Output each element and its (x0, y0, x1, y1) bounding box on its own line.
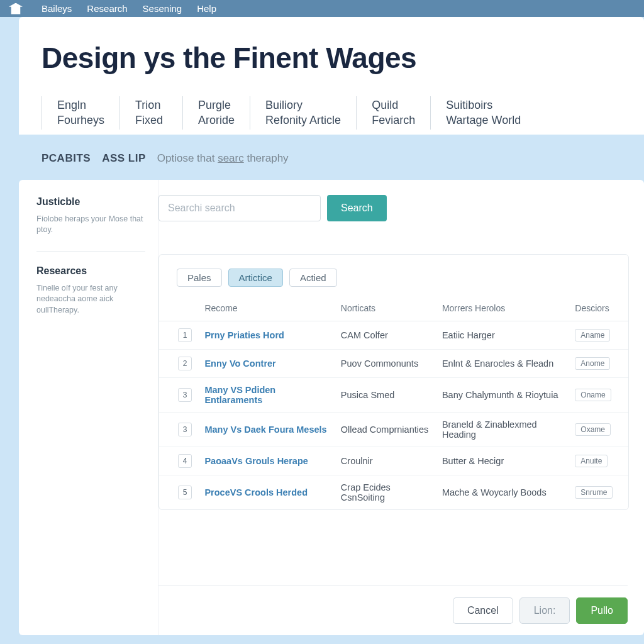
topnav: Baileys Research Sesening Help (0, 0, 644, 17)
search-button[interactable]: Search (327, 195, 387, 221)
row-morrers: Enlnt & Enarocles & Fleadn (436, 349, 569, 377)
tab-builiory[interactable]: Builiory Refonity Article (250, 96, 356, 130)
row-number: 3 (178, 388, 192, 402)
row-number: 1 (178, 328, 192, 342)
row-number: 5 (178, 486, 192, 499)
tab-line1: Engln (57, 97, 104, 113)
tab-quild[interactable]: Quild Feviarch (356, 96, 430, 130)
sidebar-justicble-title: Justicble (36, 196, 145, 208)
nav-baileys[interactable]: Baileys (42, 3, 72, 14)
row-norticats: Pusica Smed (335, 377, 436, 412)
row-title-link[interactable]: Many VS Pdiden Entlaraments (204, 385, 275, 405)
nav-research[interactable]: Research (87, 3, 127, 14)
publo-button[interactable]: Pullo (576, 597, 628, 624)
pill-artictice[interactable]: Artictice (228, 269, 283, 287)
sidebar-justicble-body: Fíolobe heraps your Mose that ptoy. (36, 214, 145, 252)
footer-actions: Cancel Lion: Pullo (158, 586, 628, 624)
row-action-badge[interactable]: Aname (575, 329, 610, 341)
results-panel: Pales Artictice Actied Recome Norticats … (158, 254, 629, 510)
pill-pales[interactable]: Pales (177, 269, 222, 287)
col-norticats: Norticats (335, 298, 436, 321)
sidebar-researces-body: Tinelle oíf your fest any nedeaocha aome… (36, 283, 145, 331)
row-number: 4 (178, 454, 192, 468)
tab-line1: Suitiboirs (446, 97, 521, 113)
row-norticats: Crap Ecides CsnSoiting (335, 475, 436, 509)
tab-line2: Refonity Article (265, 113, 341, 128)
tab-line1: Trion (135, 97, 167, 113)
row-title-link[interactable]: ProceVS Crools Herded (204, 487, 308, 497)
table-row: 1Prny Priaties HordCAM ColferEatiic Harg… (159, 321, 628, 349)
search-row: Search (158, 195, 628, 221)
page-title: Design ys the Finent Wages (42, 41, 621, 75)
table-row: 2Enny Vo ContrerPuov CommonuntsEnlnt & E… (159, 349, 628, 377)
subtab-asslip[interactable]: ASS LIP (102, 152, 146, 165)
row-action-badge[interactable]: Anome (575, 357, 610, 370)
tab-line1: Quild (372, 97, 415, 113)
table-row: 5ProceVS Crools HerdedCrap Ecides CsnSoi… (159, 475, 628, 509)
row-title-link[interactable]: Many Vs Daek Foura Mesels (204, 425, 326, 435)
content: Search Pales Artictice Actied Recome Nor… (158, 180, 644, 635)
hint-underline[interactable]: searc (218, 152, 244, 164)
filter-pills: Pales Artictice Actied (159, 255, 628, 298)
tab-purgle[interactable]: Purgle Aroride (182, 96, 250, 130)
results-table: Recome Norticats Morrers Herolos Descior… (159, 298, 628, 509)
row-norticats: Croulnir (335, 447, 436, 475)
row-number: 2 (178, 357, 192, 370)
row-morrers: Braneld & Zinablexmed Heading (436, 412, 569, 447)
sidebar-researces-title: Researces (36, 265, 145, 277)
tab-line1: Purgle (198, 97, 235, 113)
lion-button[interactable]: Lion: (519, 597, 570, 624)
trophy-icon (9, 3, 23, 14)
col-num (159, 298, 198, 321)
sidebar: Justicble Fíolobe heraps your Mose that … (19, 180, 158, 635)
hint-post: theraphy (244, 152, 289, 164)
header-card: Design ys the Finent Wages Engln Fourhey… (19, 17, 644, 135)
main: Justicble Fíolobe heraps your Mose that … (19, 180, 644, 635)
row-morrers: Mache & Woycarly Boods (436, 475, 569, 509)
table-row: 3Many Vs Daek Foura MeselsOllead Comprni… (159, 412, 628, 447)
tab-line2: Feviarch (372, 113, 415, 128)
row-number: 3 (178, 423, 192, 436)
table-row: 3Many VS Pdiden EntlaramentsPusica SmedB… (159, 377, 628, 412)
tab-line2: Aroride (198, 113, 235, 128)
row-action-badge[interactable]: Anuite (575, 455, 608, 467)
subtabs: PCABITS ASS LIP Optiose that searc thera… (0, 135, 644, 180)
tab-engln[interactable]: Engln Fourheys (42, 96, 119, 130)
row-action-badge[interactable]: Oxame (575, 423, 611, 436)
row-action-badge[interactable]: Snrume (575, 486, 613, 499)
table-row: 4PaoaaVs Grouls HerapeCroulnirButter & H… (159, 447, 628, 475)
col-recome: Recome (198, 298, 334, 321)
row-title-link[interactable]: Enny Vo Contrer (204, 358, 275, 369)
subtab-hint: Optiose that searc theraphy (157, 152, 289, 165)
row-norticats: Puov Commonunts (335, 349, 436, 377)
col-morrers: Morrers Herolos (436, 298, 569, 321)
row-norticats: CAM Colfer (335, 321, 436, 349)
row-title-link[interactable]: Prny Priaties Hord (204, 330, 284, 340)
row-morrers: Bany Chalymunth & Rioytuia (436, 377, 569, 412)
tab-suitiboirs[interactable]: Suitiboirs Wartage World (430, 96, 536, 130)
row-norticats: Ollead Comprnianties (335, 412, 436, 447)
search-input[interactable] (158, 195, 321, 221)
tab-line2: Wartage World (446, 113, 521, 128)
nav-sesening[interactable]: Sesening (143, 3, 182, 14)
tab-line2: Fourheys (57, 113, 104, 128)
subtab-pcabits[interactable]: PCABITS (42, 152, 91, 165)
row-morrers: Butter & Hecigr (436, 447, 569, 475)
col-desciors: Desciors (569, 298, 628, 321)
pill-actied[interactable]: Actied (289, 269, 337, 287)
row-title-link[interactable]: PaoaaVs Grouls Herape (204, 456, 308, 466)
table-header-row: Recome Norticats Morrers Herolos Descior… (159, 298, 628, 321)
category-tabs: Engln Fourheys Trion Fixed Purgle Arorid… (42, 96, 621, 130)
tab-line1: Builiory (265, 97, 341, 113)
row-morrers: Eatiic Harger (436, 321, 569, 349)
row-action-badge[interactable]: Oname (575, 389, 611, 401)
nav-help[interactable]: Help (197, 3, 216, 14)
tab-trion[interactable]: Trion Fixed (119, 96, 182, 130)
cancel-button[interactable]: Cancel (453, 597, 513, 624)
hint-pre: Optiose that (157, 152, 218, 164)
tab-line2: Fixed (135, 113, 167, 128)
